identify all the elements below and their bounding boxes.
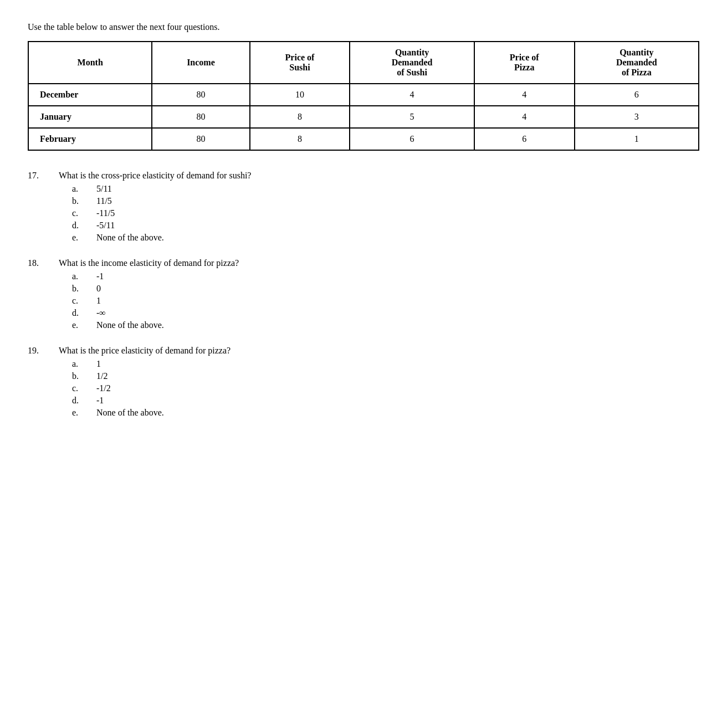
option-text: -∞ xyxy=(96,308,106,318)
col-header-price-sushi: Price ofSushi xyxy=(250,42,350,84)
question-text-18: What is the income elasticity of demand … xyxy=(59,258,239,268)
question-text-17: What is the cross-price elasticity of de… xyxy=(59,171,251,181)
data-table: Month Income Price ofSushi QuantityDeman… xyxy=(28,41,699,151)
option-text: -1 xyxy=(96,271,104,281)
table-cell: 4 xyxy=(350,84,474,106)
table-cell: December xyxy=(28,84,152,106)
table-cell: 4 xyxy=(474,106,575,128)
col-header-qty-pizza: QuantityDemandedof Pizza xyxy=(575,42,699,84)
col-header-month: Month xyxy=(28,42,152,84)
table-cell: 5 xyxy=(350,106,474,128)
option-letter: e. xyxy=(72,320,85,330)
option-letter: d. xyxy=(72,308,85,318)
option-letter: a. xyxy=(72,184,85,194)
option-row: e.None of the above. xyxy=(72,233,699,243)
option-letter: b. xyxy=(72,284,85,294)
table-cell: 8 xyxy=(250,128,350,150)
option-row: c.1 xyxy=(72,296,699,306)
option-row: b.1/2 xyxy=(72,371,699,381)
table-cell: 3 xyxy=(575,106,699,128)
table-cell: 80 xyxy=(152,106,249,128)
question-number-17: 17. xyxy=(28,171,48,181)
option-row: b.11/5 xyxy=(72,196,699,206)
option-text: -1/2 xyxy=(96,383,111,393)
table-cell: 8 xyxy=(250,106,350,128)
table-cell: 80 xyxy=(152,128,249,150)
option-letter: b. xyxy=(72,371,85,381)
option-row: c.-11/5 xyxy=(72,208,699,218)
option-text: 1 xyxy=(96,296,101,306)
question-18: 18.What is the income elasticity of dema… xyxy=(28,258,699,330)
option-text: -11/5 xyxy=(96,208,115,218)
table-cell: 6 xyxy=(575,84,699,106)
table-cell: 1 xyxy=(575,128,699,150)
option-row: c.-1/2 xyxy=(72,383,699,393)
option-letter: d. xyxy=(72,396,85,406)
table-cell: 6 xyxy=(474,128,575,150)
option-row: b.0 xyxy=(72,284,699,294)
option-text: None of the above. xyxy=(96,408,164,418)
col-header-income: Income xyxy=(152,42,249,84)
option-letter: c. xyxy=(72,296,85,306)
option-letter: e. xyxy=(72,408,85,418)
option-letter: c. xyxy=(72,383,85,393)
option-row: d.-∞ xyxy=(72,308,699,318)
table-cell: 4 xyxy=(474,84,575,106)
option-text: None of the above. xyxy=(96,233,164,243)
option-row: a.-1 xyxy=(72,271,699,281)
option-row: a.5/11 xyxy=(72,184,699,194)
question-number-19: 19. xyxy=(28,346,48,356)
option-text: 1 xyxy=(96,359,101,369)
option-text: -5/11 xyxy=(96,221,115,230)
option-text: 0 xyxy=(96,284,101,294)
option-row: a.1 xyxy=(72,359,699,369)
option-text: 5/11 xyxy=(96,184,112,194)
intro-text: Use the table below to answer the next f… xyxy=(28,22,699,32)
option-letter: b. xyxy=(72,196,85,206)
option-text: -1 xyxy=(96,396,104,406)
question-19: 19.What is the price elasticity of deman… xyxy=(28,346,699,418)
option-row: e.None of the above. xyxy=(72,408,699,418)
option-text: None of the above. xyxy=(96,320,164,330)
option-letter: a. xyxy=(72,271,85,281)
question-text-19: What is the price elasticity of demand f… xyxy=(59,346,231,356)
question-17: 17.What is the cross-price elasticity of… xyxy=(28,171,699,243)
option-row: e.None of the above. xyxy=(72,320,699,330)
table-cell: 6 xyxy=(350,128,474,150)
option-text: 1/2 xyxy=(96,371,107,381)
option-letter: e. xyxy=(72,233,85,243)
table-cell: January xyxy=(28,106,152,128)
col-header-qty-sushi: QuantityDemandedof Sushi xyxy=(350,42,474,84)
option-text: 11/5 xyxy=(96,196,112,206)
option-letter: a. xyxy=(72,359,85,369)
col-header-price-pizza: Price ofPizza xyxy=(474,42,575,84)
option-letter: d. xyxy=(72,221,85,230)
table-cell: 10 xyxy=(250,84,350,106)
option-row: d.-5/11 xyxy=(72,221,699,230)
table-cell: February xyxy=(28,128,152,150)
table-cell: 80 xyxy=(152,84,249,106)
option-letter: c. xyxy=(72,208,85,218)
question-number-18: 18. xyxy=(28,258,48,268)
option-row: d.-1 xyxy=(72,396,699,406)
